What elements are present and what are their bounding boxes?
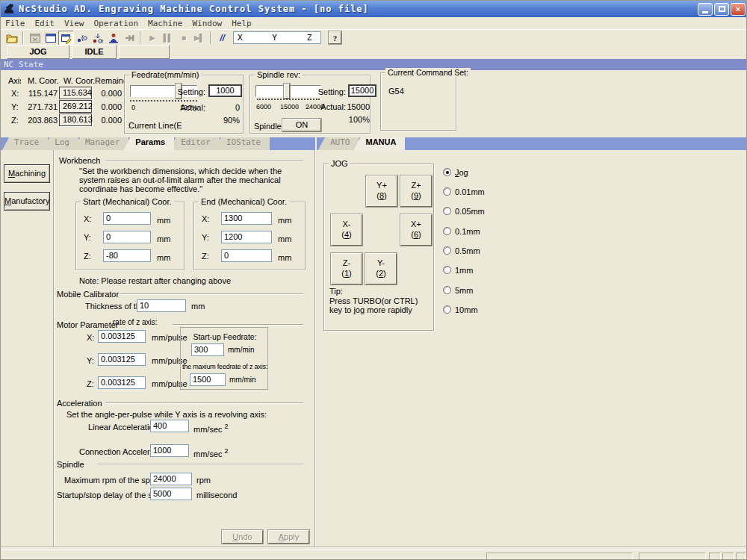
axes-display-field[interactable]: X Y Z bbox=[233, 31, 321, 44]
tab-log[interactable]: Log bbox=[43, 137, 78, 150]
apply-button[interactable]: Apply bbox=[268, 530, 309, 544]
start-icon[interactable]: ▶ bbox=[144, 31, 160, 46]
jog-button-label: Y- bbox=[377, 258, 385, 269]
col-header-axis: Axis bbox=[8, 76, 21, 85]
back-to-origin-icon[interactable] bbox=[90, 31, 105, 46]
wcoor-x[interactable]: 115.634 bbox=[59, 87, 92, 99]
spindle-on-button[interactable]: ON bbox=[282, 119, 321, 131]
end-y-input[interactable]: 1200 bbox=[221, 231, 272, 243]
sidebar-manufactory-button[interactable]: Manufactory bbox=[4, 192, 50, 211]
motor-x-input[interactable]: 0.003125 bbox=[98, 330, 146, 343]
status-cell-1 bbox=[486, 553, 633, 560]
pause-icon[interactable]: ▌▌ bbox=[160, 31, 176, 46]
simulate-icon[interactable]: // bbox=[214, 31, 230, 46]
jog-button-label: X- bbox=[343, 220, 351, 230]
step-radio-0-5mm[interactable] bbox=[443, 246, 451, 255]
max-rpm-input[interactable]: 24000 bbox=[150, 473, 192, 485]
jog-y-plus-button[interactable]: Y+ 8 bbox=[366, 175, 397, 207]
conn-accel-input[interactable]: 1000 bbox=[150, 444, 189, 457]
axis-label-x: X: bbox=[11, 89, 19, 98]
zmax-feedrate-unit: mm/min bbox=[229, 376, 256, 384]
acceleration-hint: Set the angle-per-pulse while Y axis is … bbox=[66, 410, 267, 419]
close-window-icon[interactable] bbox=[27, 31, 43, 46]
tool-calibration-icon[interactable] bbox=[105, 31, 121, 46]
menu-bar: File Edit View Operation Machine Window … bbox=[1, 17, 747, 29]
undo-button[interactable]: Undo bbox=[222, 530, 263, 544]
advanced-start-icon[interactable]: ▶▌ bbox=[191, 31, 207, 46]
menu-edit[interactable]: Edit bbox=[35, 19, 55, 28]
jog-y-minus-button[interactable]: Y- 2 bbox=[365, 253, 397, 284]
zmax-feedrate-label: the maxium feedrate of z axis: bbox=[182, 363, 267, 370]
wcoor-z[interactable]: 180.613 bbox=[59, 113, 92, 126]
tab-manua[interactable]: MANUA bbox=[354, 137, 406, 150]
app-window: NcStudio AD. Engraving Machine Control S… bbox=[0, 0, 747, 560]
stop-icon[interactable]: ■ bbox=[176, 31, 191, 46]
sidebar-machining-button[interactable]: Machining bbox=[4, 164, 50, 183]
tab-manager[interactable]: Manager bbox=[73, 137, 128, 150]
feedrate-setting-value[interactable]: 1000 bbox=[208, 84, 242, 97]
step-label-jog: Jog bbox=[455, 168, 468, 177]
jog-group-title: JOG bbox=[329, 159, 350, 168]
start-z-unit: mm bbox=[157, 253, 170, 262]
step-radio-5mm[interactable] bbox=[443, 286, 451, 294]
close-button[interactable]: × bbox=[731, 3, 746, 16]
linear-accel-input[interactable]: 400 bbox=[150, 420, 189, 432]
step-radio-0-01mm[interactable] bbox=[443, 187, 451, 196]
step-radio-0-05mm[interactable] bbox=[443, 207, 451, 215]
jog-x-minus-button[interactable]: X- 4 bbox=[331, 214, 362, 246]
tab-params[interactable]: Params bbox=[123, 137, 174, 150]
step-radio-1mm[interactable] bbox=[443, 266, 451, 274]
end-x-input[interactable]: 1300 bbox=[221, 212, 272, 225]
menu-help[interactable]: Help bbox=[232, 19, 252, 28]
menu-operation[interactable]: Operation bbox=[94, 19, 139, 28]
jog-x-plus-button[interactable]: X+ 6 bbox=[400, 214, 432, 246]
zmax-feedrate-input[interactable]: 1500 bbox=[190, 373, 226, 386]
motor-y-input[interactable]: 0.003125 bbox=[98, 353, 146, 366]
mcoor-y: 271.731 bbox=[25, 102, 58, 111]
tab-iostate[interactable]: IOState bbox=[214, 137, 270, 150]
spindle-delay-input[interactable]: 5000 bbox=[150, 488, 192, 500]
startup-feedrate-input[interactable]: 300 bbox=[191, 343, 224, 356]
wcoor-y[interactable]: 269.212 bbox=[59, 100, 92, 113]
step-radio-0-1mm[interactable] bbox=[443, 227, 451, 235]
start-x-input[interactable]: 0 bbox=[103, 212, 151, 225]
set-origin-icon[interactable] bbox=[74, 31, 90, 46]
start-y-input[interactable]: 0 bbox=[103, 231, 151, 243]
motor-z-input[interactable]: 0.003125 bbox=[98, 376, 146, 389]
step-label-0-05mm: 0.05mm bbox=[455, 207, 485, 216]
menu-machine[interactable]: Machine bbox=[148, 19, 182, 28]
edit-window-icon[interactable] bbox=[58, 31, 74, 46]
start-coor-group: Start (Mechanical) Coor. X: 0 mm Y: 0 mm… bbox=[75, 202, 185, 270]
start-y-label: Y: bbox=[84, 233, 91, 242]
feedrate-min: 0 bbox=[131, 104, 135, 111]
spindle-slider-thumb[interactable] bbox=[284, 84, 290, 99]
menu-file[interactable]: File bbox=[5, 19, 25, 28]
window-title: NcStudio AD. Engraving Machine Control S… bbox=[19, 4, 369, 14]
mode-tab-jog[interactable]: JOG bbox=[7, 45, 69, 59]
current-line-label: Current Line(E bbox=[128, 121, 203, 130]
open-file-icon[interactable] bbox=[4, 31, 19, 46]
help-icon[interactable]: ? bbox=[329, 31, 341, 44]
menu-view[interactable]: View bbox=[64, 19, 84, 28]
tab-editor[interactable]: Editor bbox=[169, 137, 220, 150]
minimize-button[interactable] bbox=[698, 3, 713, 16]
jog-z-plus-button[interactable]: Z+ 9 bbox=[400, 175, 432, 207]
tab-auto[interactable]: AUTO bbox=[318, 137, 359, 150]
jog-button-hotkey: 6 bbox=[411, 230, 421, 240]
thickness-input[interactable]: 10 bbox=[137, 299, 186, 312]
jog-z-minus-button[interactable]: Z- 1 bbox=[331, 253, 362, 284]
status-cell-4 bbox=[722, 553, 734, 560]
start-z-input[interactable]: -80 bbox=[103, 249, 151, 262]
show-window-icon[interactable] bbox=[43, 31, 58, 46]
step-radio-10mm[interactable] bbox=[443, 305, 451, 314]
maximize-button[interactable] bbox=[714, 3, 729, 16]
spindle-section-title: Spindle bbox=[57, 460, 84, 469]
end-z-input[interactable]: 0 bbox=[221, 249, 272, 262]
spindle-setting-value[interactable]: 15000 bbox=[348, 84, 376, 97]
step-radio-jog[interactable] bbox=[443, 168, 451, 176]
jog-button-hotkey: 9 bbox=[411, 191, 421, 202]
menu-window[interactable]: Window bbox=[192, 19, 222, 28]
tab-trace[interactable]: Trace bbox=[2, 137, 48, 150]
status-cell-3 bbox=[709, 553, 721, 560]
goto-position-icon[interactable] bbox=[121, 31, 137, 46]
